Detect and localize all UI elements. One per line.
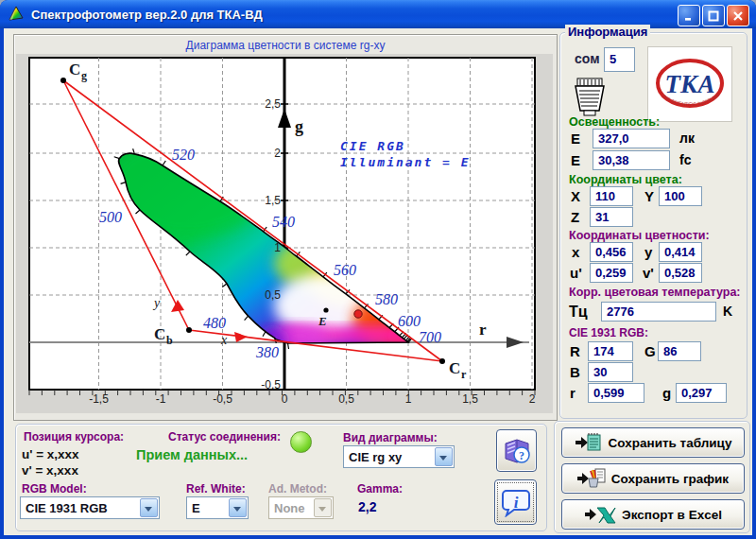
rr-label: r <box>570 385 576 401</box>
ad-metod-value: None <box>274 501 305 515</box>
cx-label: x <box>572 244 579 260</box>
y-tick: 2 <box>274 147 281 160</box>
info-button[interactable]: i <box>494 479 537 525</box>
cu-label: u' <box>570 265 582 281</box>
close-button[interactable] <box>727 5 749 26</box>
g-label: G <box>644 343 656 359</box>
save-graph-button[interactable]: Сохранить график <box>561 463 745 494</box>
e-fc-label: E <box>571 152 580 168</box>
close-icon <box>732 10 744 22</box>
wavelength-label: 380 <box>255 344 279 360</box>
svg-text:i: i <box>513 494 518 512</box>
gg-field[interactable]: 0,297 <box>676 383 727 403</box>
wavelength-label: 520 <box>172 147 195 163</box>
point-e <box>323 307 328 312</box>
window-title: Спектрофотометр вер.2.0 для ТКА-ВД <box>31 8 263 22</box>
save-table-label: Сохранить таблицу <box>609 436 732 450</box>
rr-field[interactable]: 0,599 <box>588 383 644 403</box>
e-lux-label: E <box>571 130 580 147</box>
maximize-button[interactable] <box>702 5 725 26</box>
wavelength-label: 600 <box>398 313 421 329</box>
help-button[interactable]: ? <box>496 429 537 472</box>
x-tick: 1 <box>405 392 412 406</box>
ref-white-combo[interactable]: E <box>186 496 249 519</box>
wavelength-label: 580 <box>375 291 398 307</box>
help-book-icon: ? <box>502 436 532 466</box>
r-field[interactable]: 174 <box>588 341 633 361</box>
wavelength-label: 500 <box>99 209 122 225</box>
y-field[interactable]: 100 <box>659 186 702 206</box>
gamma-value: 2,2 <box>358 499 376 514</box>
com-port-label: сом <box>575 51 600 66</box>
controls-group: Позиция курсора: u' = x,xxx v' = x,xxx R… <box>15 424 547 531</box>
minimize-icon <box>683 10 695 22</box>
e-fc-field[interactable]: 30,38 <box>593 150 670 170</box>
wavelength-label: 540 <box>272 214 295 230</box>
chevron-down-icon <box>318 507 326 512</box>
label-cg-sub: g <box>81 69 87 82</box>
rgb-model-combo[interactable]: CIE 1931 RGB <box>20 496 160 519</box>
g-axis-label: g <box>295 117 303 136</box>
b-label: B <box>570 364 580 380</box>
cv-label: v' <box>643 265 654 281</box>
cu-field[interactable]: 0,259 <box>590 263 633 283</box>
g-field[interactable]: 86 <box>658 341 701 361</box>
z-field[interactable]: 31 <box>590 207 633 227</box>
chrom-title: Координаты цветности: <box>569 229 710 242</box>
illuminance-title: Освещенность: <box>569 115 660 129</box>
cv-field[interactable]: 0,528 <box>659 263 702 283</box>
x-tick: -1 <box>156 392 166 406</box>
info-bubble-icon: i <box>501 487 531 517</box>
export-excel-label: Экспорт в Excel <box>622 508 722 522</box>
serial-port-icon <box>568 75 611 118</box>
chart-title: Диаграмма цветности в системе rg-xy <box>14 39 557 52</box>
minimize-button[interactable] <box>678 5 700 26</box>
diagram-view-combo[interactable]: CIE rg xy <box>343 445 455 468</box>
chromaticity-plot[interactable]: -1,5 -1 -0,5 0 0,5 1 1,5 2 2,5 2 1,5 1 0… <box>16 54 553 413</box>
ad-metod-dropdown-button <box>314 498 332 517</box>
y-tick: -0,5 <box>261 378 281 391</box>
diagram-view-dropdown-button[interactable] <box>435 447 453 466</box>
wavelength-label: 480 <box>203 315 226 331</box>
r-axis-label: r <box>479 321 487 339</box>
chevron-down-icon <box>145 507 152 512</box>
save-graph-label: Сохранить график <box>611 472 729 486</box>
x-field[interactable]: 110 <box>590 186 633 206</box>
e-lux-field[interactable]: 327,0 <box>593 129 670 148</box>
chevron-down-icon <box>233 507 241 512</box>
ref-white-value: E <box>192 501 200 515</box>
save-table-button[interactable]: Сохранить таблицу <box>561 427 745 458</box>
x-tick: 1,5 <box>462 392 478 406</box>
gg-label: g <box>662 385 671 401</box>
rgb-model-dropdown-button[interactable] <box>140 498 158 517</box>
cursor-u-value: u' = x,xxx <box>22 447 79 461</box>
cct-field[interactable]: 2776 <box>601 302 716 322</box>
b-field[interactable]: 30 <box>588 362 633 382</box>
e-fc-unit: fc <box>679 152 691 167</box>
status-text: Прием данных... <box>136 447 248 462</box>
annotation-line1: CIE RGB <box>340 139 405 153</box>
y-label: Y <box>644 188 654 204</box>
cx-field[interactable]: 0,456 <box>590 242 633 262</box>
point-cb <box>186 327 192 333</box>
label-cg: C <box>69 61 80 78</box>
ref-white-dropdown-button[interactable] <box>229 498 247 517</box>
tka-logo-text: ТКА <box>665 70 715 98</box>
actions-group: Сохранить таблицу Сохранить график <box>554 421 750 533</box>
export-excel-button[interactable]: Экспорт в Excel <box>561 499 745 530</box>
y-tick: 1 <box>274 241 281 254</box>
cct-label: Тц <box>569 304 588 321</box>
chart-panel: Диаграмма цветности в системе rg-xy <box>13 34 558 421</box>
save-table-icon <box>575 432 603 453</box>
status-indicator <box>290 431 312 453</box>
status-title: Статус соединения: <box>168 430 281 443</box>
cct-unit: K <box>723 304 732 319</box>
com-port-field[interactable]: 5 <box>604 47 635 72</box>
mini-x-label: x <box>220 333 228 347</box>
diagram-view-value: CIE rg xy <box>349 450 402 464</box>
cy-field[interactable]: 0,414 <box>659 242 702 262</box>
label-cb-sub: b <box>166 334 173 347</box>
point-measured <box>354 310 362 318</box>
ref-white-title: Ref. White: <box>186 482 246 496</box>
excel-icon <box>584 504 616 525</box>
